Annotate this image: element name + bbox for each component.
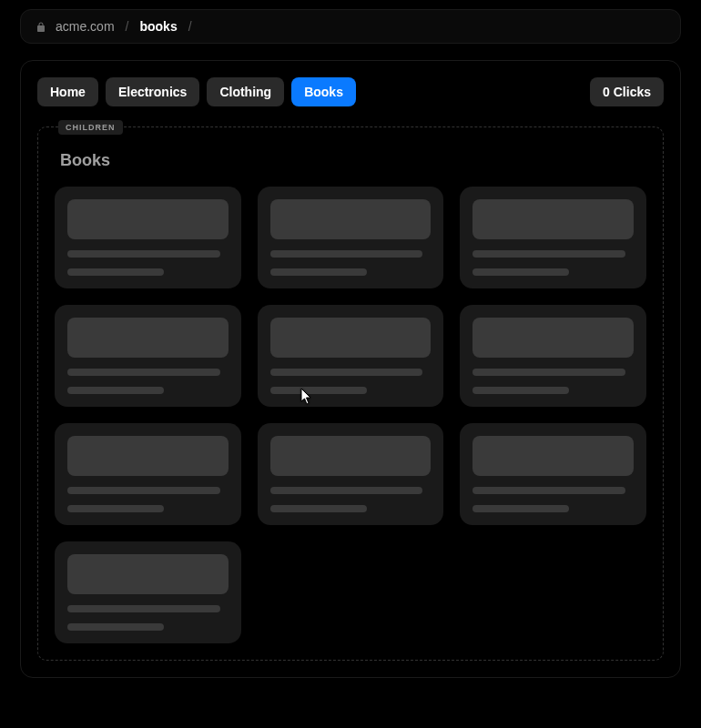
skeleton-line bbox=[67, 268, 164, 276]
lock-icon bbox=[36, 21, 46, 32]
skeleton-line bbox=[472, 369, 625, 376]
cards-grid bbox=[55, 187, 646, 643]
card-skeleton[interactable] bbox=[460, 423, 646, 525]
skeleton-line bbox=[67, 605, 220, 612]
skeleton-hero bbox=[67, 436, 229, 476]
section-title: Books bbox=[55, 151, 646, 170]
card-skeleton[interactable] bbox=[258, 423, 444, 525]
skeleton-line bbox=[472, 505, 569, 512]
children-badge: CHILDREN bbox=[58, 120, 123, 135]
skeleton-line bbox=[67, 505, 164, 512]
card-skeleton[interactable] bbox=[460, 305, 646, 407]
card-skeleton[interactable] bbox=[55, 541, 241, 643]
skeleton-hero bbox=[472, 199, 634, 239]
card-skeleton[interactable] bbox=[55, 305, 241, 407]
skeleton-line bbox=[270, 369, 423, 376]
skeleton-line bbox=[67, 250, 220, 258]
tab-electronics[interactable]: Electronics bbox=[106, 77, 199, 106]
skeleton-hero bbox=[270, 318, 432, 358]
url-bar[interactable]: acme.com / books / bbox=[20, 9, 681, 44]
card-skeleton[interactable] bbox=[258, 305, 444, 407]
skeleton-line bbox=[67, 623, 164, 631]
skeleton-line bbox=[67, 369, 220, 376]
skeleton-hero bbox=[67, 199, 229, 239]
skeleton-line bbox=[270, 250, 423, 258]
skeleton-hero bbox=[472, 436, 634, 476]
tabs-group: Home Electronics Clothing Books bbox=[37, 77, 356, 106]
skeleton-line bbox=[472, 387, 569, 394]
skeleton-line bbox=[270, 268, 367, 276]
tab-books[interactable]: Books bbox=[291, 77, 356, 106]
skeleton-hero bbox=[67, 554, 229, 594]
tab-home[interactable]: Home bbox=[37, 77, 98, 106]
card-skeleton[interactable] bbox=[55, 423, 241, 525]
skeleton-line bbox=[67, 487, 220, 494]
url-path: books bbox=[139, 19, 177, 34]
url-trailing-separator: / bbox=[188, 19, 192, 34]
skeleton-line bbox=[270, 487, 423, 494]
app-frame: Home Electronics Clothing Books 0 Clicks… bbox=[20, 60, 681, 678]
url-separator: / bbox=[126, 19, 129, 34]
card-skeleton[interactable] bbox=[258, 187, 444, 288]
skeleton-line bbox=[472, 250, 625, 258]
url-host: acme.com bbox=[56, 19, 115, 34]
skeleton-line bbox=[472, 268, 569, 276]
clicks-button[interactable]: 0 Clicks bbox=[590, 77, 664, 106]
skeleton-hero bbox=[270, 436, 432, 476]
skeleton-hero bbox=[472, 318, 634, 358]
topbar: Home Electronics Clothing Books 0 Clicks bbox=[37, 77, 664, 106]
skeleton-line bbox=[472, 487, 625, 494]
skeleton-line bbox=[270, 387, 367, 394]
skeleton-line bbox=[270, 505, 367, 512]
card-skeleton[interactable] bbox=[55, 187, 241, 288]
children-panel: CHILDREN Books bbox=[37, 126, 664, 661]
skeleton-hero bbox=[67, 318, 229, 358]
skeleton-line bbox=[67, 387, 164, 394]
tab-clothing[interactable]: Clothing bbox=[207, 77, 284, 106]
card-skeleton[interactable] bbox=[460, 187, 646, 288]
skeleton-hero bbox=[270, 199, 432, 239]
